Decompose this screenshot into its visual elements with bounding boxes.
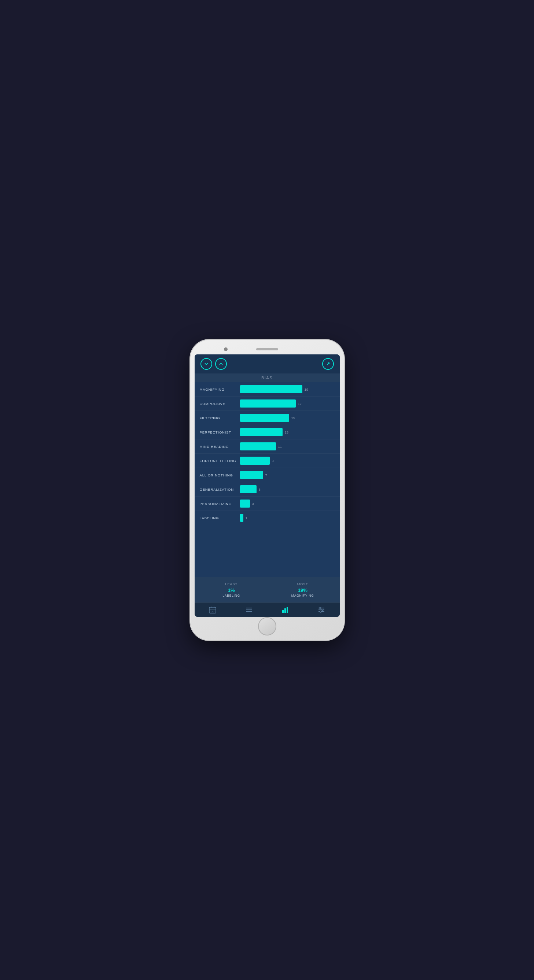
screen-header — [195, 355, 340, 374]
bias-bar — [240, 385, 302, 393]
bias-bar — [240, 399, 296, 407]
bias-bar-container: 11 — [240, 442, 335, 450]
summary-most: MOST 19% MAGNIFYING — [271, 582, 335, 597]
phone-bottom — [195, 617, 340, 636]
bias-row[interactable]: COMPULSIVE 17 — [195, 396, 340, 411]
nav-calendar[interactable]: 21 — [208, 606, 217, 614]
svg-point-13 — [319, 607, 321, 609]
bias-value: 15 — [291, 416, 296, 420]
bias-row[interactable]: MAGNIFYING 19 — [195, 382, 340, 396]
bias-label: MIND READING — [200, 445, 240, 449]
bias-value: 9 — [272, 459, 274, 463]
bias-bar — [240, 485, 257, 493]
bias-bar — [240, 514, 243, 522]
bias-row[interactable]: PERFECTIONIST 13 — [195, 425, 340, 439]
bias-bar-container: 3 — [240, 500, 335, 508]
bias-value: 17 — [298, 402, 302, 406]
svg-rect-11 — [287, 607, 288, 613]
bias-label: COMPULSIVE — [200, 402, 240, 406]
bias-bar — [240, 457, 270, 465]
bias-value: 5 — [259, 487, 261, 492]
bias-bar — [240, 414, 289, 422]
nav-menu[interactable] — [245, 606, 253, 614]
bias-list: MAGNIFYING 19 COMPULSIVE 17 FILTERING 15… — [195, 382, 340, 577]
bias-label: PERSONALIZING — [200, 502, 240, 506]
bias-value: 11 — [278, 445, 282, 449]
nav-external-button[interactable] — [322, 358, 334, 370]
nav-up-button[interactable] — [215, 358, 227, 370]
most-percent: 19% — [271, 587, 335, 593]
nav-buttons-left — [200, 358, 227, 370]
least-name: LABELING — [200, 594, 264, 597]
bias-bar — [240, 428, 283, 436]
svg-line-0 — [327, 363, 329, 365]
nav-chart[interactable] — [281, 606, 289, 614]
svg-rect-10 — [284, 608, 286, 613]
phone-top-bar — [195, 344, 340, 355]
bias-label: ALL OR NOTHING — [200, 473, 240, 477]
nav-settings[interactable] — [317, 606, 326, 614]
bias-label: FORTUNE TELLING — [200, 459, 240, 463]
bias-label: MAGNIFYING — [200, 387, 240, 391]
summary-section: LEAST 1% LABELING MOST 19% MAGNIFYING — [195, 577, 340, 603]
bias-value: 1 — [246, 516, 247, 520]
bias-bar-container: 1 — [240, 514, 335, 522]
phone-frame: BIAS MAGNIFYING 19 COMPULSIVE 17 FILTERI… — [190, 340, 344, 640]
bias-bar-container: 9 — [240, 457, 335, 465]
bias-bar-container: 15 — [240, 414, 335, 422]
phone-speaker — [256, 348, 278, 350]
bias-value: 7 — [265, 473, 267, 477]
bias-bar — [240, 471, 263, 479]
section-title: BIAS — [195, 374, 340, 382]
summary-least: LEAST 1% LABELING — [200, 582, 264, 597]
bias-value: 13 — [285, 430, 289, 434]
least-percent: 1% — [200, 587, 264, 593]
phone-screen: BIAS MAGNIFYING 19 COMPULSIVE 17 FILTERI… — [195, 355, 340, 617]
least-label: LEAST — [200, 582, 264, 586]
bias-bar — [240, 500, 250, 508]
bias-label: PERFECTIONIST — [200, 430, 240, 434]
bias-row[interactable]: LABELING 1 — [195, 511, 340, 525]
svg-text:21: 21 — [211, 611, 214, 613]
bottom-nav: 21 — [195, 603, 340, 617]
svg-rect-9 — [282, 610, 284, 613]
bias-value: 3 — [252, 502, 254, 506]
bias-bar-container: 7 — [240, 471, 335, 479]
bias-row[interactable]: GENERALIZATION 5 — [195, 482, 340, 496]
bias-row[interactable]: ALL OR NOTHING 7 — [195, 468, 340, 482]
bias-bar-container: 17 — [240, 399, 335, 407]
home-button[interactable] — [258, 617, 277, 635]
bias-row[interactable]: FORTUNE TELLING 9 — [195, 454, 340, 468]
screen-content: BIAS MAGNIFYING 19 COMPULSIVE 17 FILTERI… — [195, 355, 340, 617]
bias-label: FILTERING — [200, 416, 240, 420]
svg-point-17 — [320, 611, 321, 612]
bias-row[interactable]: MIND READING 11 — [195, 439, 340, 454]
bias-value: 19 — [305, 387, 308, 391]
svg-point-15 — [322, 609, 323, 611]
bias-row[interactable]: PERSONALIZING 3 — [195, 496, 340, 511]
most-name: MAGNIFYING — [271, 594, 335, 597]
bias-bar-container: 13 — [240, 428, 335, 436]
nav-down-button[interactable] — [200, 358, 212, 370]
bias-row[interactable]: FILTERING 15 — [195, 411, 340, 425]
bias-bar — [240, 442, 276, 450]
bias-label: GENERALIZATION — [200, 487, 240, 492]
most-label: MOST — [271, 582, 335, 586]
bias-label: LABELING — [200, 516, 240, 520]
bias-bar-container: 5 — [240, 485, 335, 493]
bias-bar-container: 19 — [240, 385, 335, 393]
phone-camera — [224, 347, 227, 351]
